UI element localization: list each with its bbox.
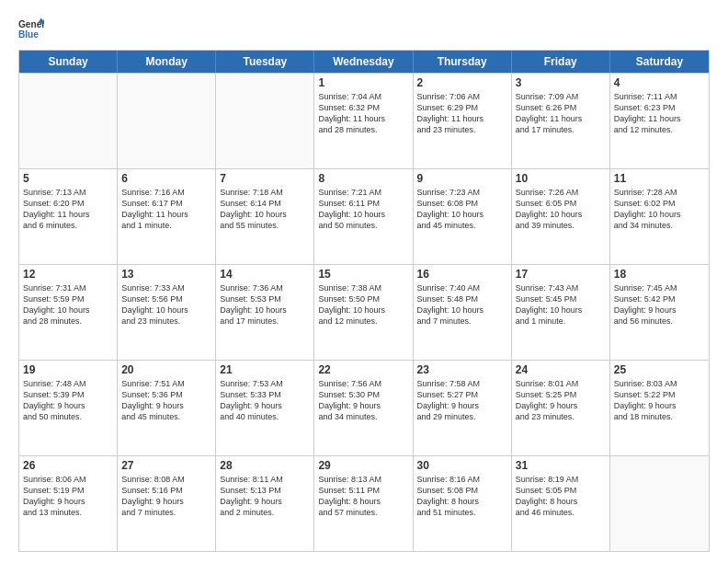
calendar-day-empty <box>118 74 216 168</box>
calendar-day-18: 18Sunrise: 7:45 AM Sunset: 5:42 PM Dayli… <box>610 265 709 360</box>
calendar-week-5: 26Sunrise: 8:06 AM Sunset: 5:19 PM Dayli… <box>19 455 709 551</box>
day-info: Sunrise: 8:08 AM Sunset: 5:16 PM Dayligh… <box>121 474 211 519</box>
calendar-day-15: 15Sunrise: 7:38 AM Sunset: 5:50 PM Dayli… <box>314 265 413 360</box>
calendar-week-1: 1Sunrise: 7:04 AM Sunset: 6:32 PM Daylig… <box>19 73 709 168</box>
day-number: 26 <box>23 459 113 472</box>
day-number: 4 <box>614 76 705 89</box>
day-number: 14 <box>220 268 310 281</box>
day-info: Sunrise: 7:45 AM Sunset: 5:42 PM Dayligh… <box>614 282 705 327</box>
day-info: Sunrise: 7:23 AM Sunset: 6:08 PM Dayligh… <box>417 187 507 232</box>
svg-text:Blue: Blue <box>18 29 39 40</box>
calendar-day-19: 19Sunrise: 7:48 AM Sunset: 5:39 PM Dayli… <box>19 361 118 455</box>
day-number: 10 <box>516 172 606 185</box>
calendar-day-25: 25Sunrise: 8:03 AM Sunset: 5:22 PM Dayli… <box>610 361 709 455</box>
calendar-day-17: 17Sunrise: 7:43 AM Sunset: 5:45 PM Dayli… <box>512 265 610 360</box>
calendar-body: 1Sunrise: 7:04 AM Sunset: 6:32 PM Daylig… <box>19 73 709 551</box>
header-day-sunday: Sunday <box>19 51 118 73</box>
header: General Blue <box>18 17 710 42</box>
day-info: Sunrise: 7:38 AM Sunset: 5:50 PM Dayligh… <box>318 282 408 327</box>
day-number: 22 <box>318 363 408 376</box>
calendar-week-2: 5Sunrise: 7:13 AM Sunset: 6:20 PM Daylig… <box>19 168 709 264</box>
day-number: 27 <box>121 459 211 472</box>
header-day-thursday: Thursday <box>414 51 512 73</box>
calendar-day-5: 5Sunrise: 7:13 AM Sunset: 6:20 PM Daylig… <box>19 169 118 264</box>
day-info: Sunrise: 7:13 AM Sunset: 6:20 PM Dayligh… <box>23 187 113 232</box>
calendar-page: General Blue SundayMondayTuesdayWednesda… <box>0 0 728 563</box>
day-info: Sunrise: 8:16 AM Sunset: 5:08 PM Dayligh… <box>417 474 507 519</box>
day-info: Sunrise: 7:56 AM Sunset: 5:30 PM Dayligh… <box>318 378 408 423</box>
calendar-day-14: 14Sunrise: 7:36 AM Sunset: 5:53 PM Dayli… <box>216 265 314 360</box>
day-number: 15 <box>318 268 408 281</box>
calendar-day-11: 11Sunrise: 7:28 AM Sunset: 6:02 PM Dayli… <box>610 169 709 264</box>
calendar-day-2: 2Sunrise: 7:06 AM Sunset: 6:29 PM Daylig… <box>414 74 512 168</box>
header-day-monday: Monday <box>118 51 216 73</box>
calendar-day-6: 6Sunrise: 7:16 AM Sunset: 6:17 PM Daylig… <box>118 169 216 264</box>
day-number: 6 <box>121 172 211 185</box>
day-info: Sunrise: 8:11 AM Sunset: 5:13 PM Dayligh… <box>220 474 310 519</box>
calendar-day-9: 9Sunrise: 7:23 AM Sunset: 6:08 PM Daylig… <box>414 169 512 264</box>
calendar-day-empty <box>216 74 314 168</box>
day-info: Sunrise: 7:06 AM Sunset: 6:29 PM Dayligh… <box>417 91 507 136</box>
day-info: Sunrise: 7:16 AM Sunset: 6:17 PM Dayligh… <box>121 187 211 232</box>
calendar-day-27: 27Sunrise: 8:08 AM Sunset: 5:16 PM Dayli… <box>118 456 216 551</box>
header-day-friday: Friday <box>512 51 610 73</box>
day-number: 12 <box>23 268 113 281</box>
day-info: Sunrise: 7:28 AM Sunset: 6:02 PM Dayligh… <box>614 187 705 232</box>
day-number: 18 <box>614 268 705 281</box>
calendar-day-13: 13Sunrise: 7:33 AM Sunset: 5:56 PM Dayli… <box>118 265 216 360</box>
calendar: SundayMondayTuesdayWednesdayThursdayFrid… <box>18 50 710 552</box>
calendar-day-empty <box>19 74 118 168</box>
calendar-day-26: 26Sunrise: 8:06 AM Sunset: 5:19 PM Dayli… <box>19 456 118 551</box>
day-number: 2 <box>417 76 507 89</box>
day-info: Sunrise: 7:58 AM Sunset: 5:27 PM Dayligh… <box>417 378 507 423</box>
calendar-day-31: 31Sunrise: 8:19 AM Sunset: 5:05 PM Dayli… <box>512 456 610 551</box>
day-number: 28 <box>220 459 310 472</box>
day-number: 19 <box>23 363 113 376</box>
calendar-day-7: 7Sunrise: 7:18 AM Sunset: 6:14 PM Daylig… <box>216 169 314 264</box>
calendar-day-23: 23Sunrise: 7:58 AM Sunset: 5:27 PM Dayli… <box>414 361 512 455</box>
calendar-day-29: 29Sunrise: 8:13 AM Sunset: 5:11 PM Dayli… <box>314 456 413 551</box>
calendar-day-8: 8Sunrise: 7:21 AM Sunset: 6:11 PM Daylig… <box>314 169 413 264</box>
calendar-day-22: 22Sunrise: 7:56 AM Sunset: 5:30 PM Dayli… <box>314 361 413 455</box>
day-number: 20 <box>121 363 211 376</box>
day-info: Sunrise: 7:31 AM Sunset: 5:59 PM Dayligh… <box>23 282 113 327</box>
calendar-week-4: 19Sunrise: 7:48 AM Sunset: 5:39 PM Dayli… <box>19 360 709 455</box>
calendar-header: SundayMondayTuesdayWednesdayThursdayFrid… <box>19 51 709 73</box>
day-info: Sunrise: 7:36 AM Sunset: 5:53 PM Dayligh… <box>220 282 310 327</box>
calendar-day-20: 20Sunrise: 7:51 AM Sunset: 5:36 PM Dayli… <box>118 361 216 455</box>
day-number: 29 <box>318 459 408 472</box>
day-number: 7 <box>220 172 310 185</box>
day-info: Sunrise: 8:06 AM Sunset: 5:19 PM Dayligh… <box>23 474 113 519</box>
day-number: 9 <box>417 172 507 185</box>
calendar-day-3: 3Sunrise: 7:09 AM Sunset: 6:26 PM Daylig… <box>512 74 610 168</box>
day-info: Sunrise: 8:19 AM Sunset: 5:05 PM Dayligh… <box>516 474 606 519</box>
logo: General Blue <box>18 17 44 42</box>
day-number: 16 <box>417 268 507 281</box>
day-info: Sunrise: 7:40 AM Sunset: 5:48 PM Dayligh… <box>417 282 507 327</box>
day-info: Sunrise: 8:13 AM Sunset: 5:11 PM Dayligh… <box>318 474 408 519</box>
calendar-day-30: 30Sunrise: 8:16 AM Sunset: 5:08 PM Dayli… <box>414 456 512 551</box>
calendar-day-empty <box>610 456 709 551</box>
calendar-day-24: 24Sunrise: 8:01 AM Sunset: 5:25 PM Dayli… <box>512 361 610 455</box>
calendar-day-4: 4Sunrise: 7:11 AM Sunset: 6:23 PM Daylig… <box>610 74 709 168</box>
day-info: Sunrise: 7:09 AM Sunset: 6:26 PM Dayligh… <box>516 91 606 136</box>
day-number: 1 <box>318 76 408 89</box>
header-day-wednesday: Wednesday <box>314 51 413 73</box>
calendar-day-21: 21Sunrise: 7:53 AM Sunset: 5:33 PM Dayli… <box>216 361 314 455</box>
logo-icon: General Blue <box>18 17 44 42</box>
day-info: Sunrise: 7:18 AM Sunset: 6:14 PM Dayligh… <box>220 187 310 232</box>
day-info: Sunrise: 8:03 AM Sunset: 5:22 PM Dayligh… <box>614 378 705 423</box>
day-info: Sunrise: 8:01 AM Sunset: 5:25 PM Dayligh… <box>516 378 606 423</box>
calendar-day-10: 10Sunrise: 7:26 AM Sunset: 6:05 PM Dayli… <box>512 169 610 264</box>
day-number: 13 <box>121 268 211 281</box>
day-number: 5 <box>23 172 113 185</box>
day-number: 8 <box>318 172 408 185</box>
day-info: Sunrise: 7:48 AM Sunset: 5:39 PM Dayligh… <box>23 378 113 423</box>
day-info: Sunrise: 7:21 AM Sunset: 6:11 PM Dayligh… <box>318 187 408 232</box>
day-info: Sunrise: 7:51 AM Sunset: 5:36 PM Dayligh… <box>121 378 211 423</box>
day-info: Sunrise: 7:11 AM Sunset: 6:23 PM Dayligh… <box>614 91 705 136</box>
day-number: 21 <box>220 363 310 376</box>
day-info: Sunrise: 7:26 AM Sunset: 6:05 PM Dayligh… <box>516 187 606 232</box>
calendar-day-1: 1Sunrise: 7:04 AM Sunset: 6:32 PM Daylig… <box>314 74 413 168</box>
day-number: 24 <box>516 363 606 376</box>
